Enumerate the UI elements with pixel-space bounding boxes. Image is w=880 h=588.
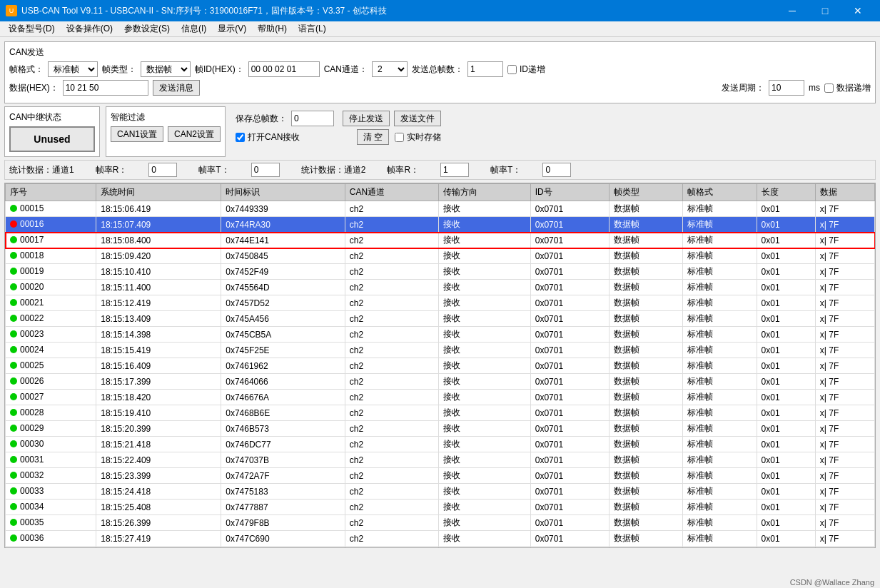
can1-settings-button[interactable]: CAN1设置 [111,126,163,142]
close-button[interactable]: ✕ [841,0,874,21]
th-len: 长度 [757,184,815,201]
cell-frame-format: 标准帧 [683,295,757,311]
table-row[interactable]: 0002318:15:14.3980x745CB5Ach2接收0x0701数据帧… [6,327,875,343]
cell-frame-format: 标准帧 [683,531,757,547]
table-row[interactable]: 0003318:15:24.4180x7475183ch2接收0x0701数据帧… [6,484,875,500]
maximize-button[interactable]: □ [809,0,841,21]
ch2-frame-r-label: 帧率R： [387,164,419,176]
table-row[interactable]: 0002718:15:18.4200x746676Ach2接收0x0701数据帧… [6,390,875,405]
table-row[interactable]: 0002018:15:11.4000x745564Dch2接收0x0701数据帧… [6,280,875,295]
period-label: 发送周期： [722,82,764,94]
table-row[interactable]: 0003618:15:27.4190x747C690ch2接收0x0701数据帧… [6,531,875,547]
cell-sys-time: 18:15:09.420 [96,248,221,264]
ch1-frame-t-value[interactable] [251,163,280,177]
cell-id: 0x0701 [530,343,609,358]
cell-id: 0x0701 [530,217,609,233]
cell-can: ch2 [345,421,438,437]
ch2-frame-r-value[interactable] [440,163,469,177]
cell-can: ch2 [345,233,438,248]
cell-can: ch2 [345,452,438,468]
table-header-row: 序号 系统时间 时间标识 CAN通道 传输方向 ID号 帧类型 帧格式 长度 数… [6,184,875,201]
id-autoinc-checkbox[interactable] [507,65,517,74]
menu-device-type[interactable]: 设备型号(D) [3,21,61,36]
save-total-label: 保存总帧数： [236,113,287,125]
cell-frame-format: 标准帧 [683,437,757,452]
cell-frame-format: 标准帧 [683,500,757,515]
data-autoinc-checkbox[interactable] [824,83,834,93]
cell-dir: 接收 [439,390,531,405]
table-row[interactable]: 0002618:15:17.3990x7464066ch2接收0x0701数据帧… [6,374,875,390]
cell-dir: 接收 [439,515,531,531]
realtime-save-checkbox[interactable] [395,133,404,142]
ch1-stats-label: 统计数据：通道1 [9,164,74,176]
table-row[interactable]: 0002418:15:15.4190x745F25Ech2接收0x0701数据帧… [6,343,875,358]
cell-can: ch2 [345,390,438,405]
frame-id-input[interactable] [248,61,320,77]
table-row[interactable]: 0003218:15:23.3990x7472A7Fch2接收0x0701数据帧… [6,468,875,484]
cell-time-id: 0x7449339 [221,201,345,217]
cell-dir: 接收 [439,437,531,452]
cell-id: 0x0701 [530,468,609,484]
table-row[interactable]: 0001818:15:09.4200x7450845ch2接收0x0701数据帧… [6,248,875,264]
table-row[interactable]: 0003418:15:25.4080x7477887ch2接收0x0701数据帧… [6,500,875,515]
data-table-container[interactable]: 序号 系统时间 时间标识 CAN通道 传输方向 ID号 帧类型 帧格式 长度 数… [4,183,876,548]
save-total-input[interactable] [291,111,334,126]
menu-help[interactable]: 帮助(H) [252,21,293,36]
th-data: 数据 [815,184,874,201]
cell-seq: 00019 [6,264,96,280]
cell-can: ch2 [345,531,438,547]
table-row[interactable]: 0001918:15:10.4100x7452F49ch2接收0x0701数据帧… [6,264,875,280]
can2-settings-button[interactable]: CAN2设置 [168,126,221,142]
cell-time-id: 0x745F25E [221,343,345,358]
cell-can: ch2 [345,248,438,264]
table-row[interactable]: 0003018:15:21.4180x746DC77ch2接收0x0701数据帧… [6,437,875,452]
ch1-frame-r-value[interactable] [148,163,177,177]
cell-id: 0x0701 [530,405,609,421]
unused-button[interactable]: Unused [9,126,95,152]
th-time-id: 时间标识 [221,184,345,201]
cell-time-id: 0x747037B [221,452,345,468]
total-count-input[interactable] [467,61,503,77]
total-count-label: 发送总帧数： [412,64,463,76]
stop-send-button[interactable]: 停止发送 [343,111,390,126]
menu-display[interactable]: 显示(V) [212,21,252,36]
menu-device-op[interactable]: 设备操作(O) [61,21,118,36]
send-msg-button[interactable]: 发送消息 [153,80,200,96]
table-row[interactable]: 0002218:15:13.4090x745A456ch2接收0x0701数据帧… [6,311,875,327]
cell-frame-type: 数据帧 [610,217,683,233]
cell-frame-format: 标准帧 [683,452,757,468]
table-row[interactable]: 0001718:15:08.4000x744E141ch2接收0x0701数据帧… [6,233,875,248]
cell-data: x| 7F [815,531,874,547]
table-row[interactable]: 0002118:15:12.4190x7457D52ch2接收0x0701数据帧… [6,295,875,311]
menu-param-set[interactable]: 参数设定(S) [118,21,176,36]
ch2-frame-t-value[interactable] [542,163,571,177]
table-row[interactable]: 0002918:15:20.3990x746B573ch2接收0x0701数据帧… [6,421,875,437]
minimize-button[interactable]: ─ [776,0,809,21]
cell-id: 0x0701 [530,437,609,452]
table-row[interactable]: 0003518:15:26.3990x7479F8Bch2接收0x0701数据帧… [6,515,875,531]
data-input[interactable] [63,80,148,96]
table-row[interactable]: 0003118:15:22.4090x747037Bch2接收0x0701数据帧… [6,452,875,468]
menu-info[interactable]: 信息(I) [176,21,212,36]
cell-dir: 接收 [439,484,531,500]
can-channel-select[interactable]: 2 [372,61,408,77]
frame-type-select[interactable]: 数据帧 [141,61,191,77]
table-row[interactable]: 0001518:15:06.4190x7449339ch2接收0x0701数据帧… [6,201,875,217]
period-input[interactable] [769,80,804,96]
table-row[interactable]: 0001618:15:07.4090x744RA30ch2接收0x0701数据帧… [6,217,875,233]
table-row[interactable]: 0002818:15:19.4100x7468B6Ech2接收0x0701数据帧… [6,405,875,421]
table-row[interactable]: 0003718:15:28.4090x747ED94ch2接收0x0701数据帧… [6,547,875,549]
frame-format-select[interactable]: 标准帧 [48,61,98,77]
cell-frame-type: 数据帧 [610,327,683,343]
cell-sys-time: 18:15:20.399 [96,421,221,437]
cell-len: 0x01 [757,358,815,374]
cell-time-id: 0x746DC77 [221,437,345,452]
save-file-button[interactable]: 发送文件 [394,111,441,126]
table-row[interactable]: 0002518:15:16.4090x7461962ch2接收0x0701数据帧… [6,358,875,374]
clear-button[interactable]: 清 空 [357,129,389,145]
menu-language[interactable]: 语言(L) [293,21,332,36]
cell-dir: 接收 [439,531,531,547]
cell-frame-type: 数据帧 [610,390,683,405]
cell-seq: 00036 [6,531,96,547]
open-can-recv-checkbox[interactable] [236,133,245,142]
